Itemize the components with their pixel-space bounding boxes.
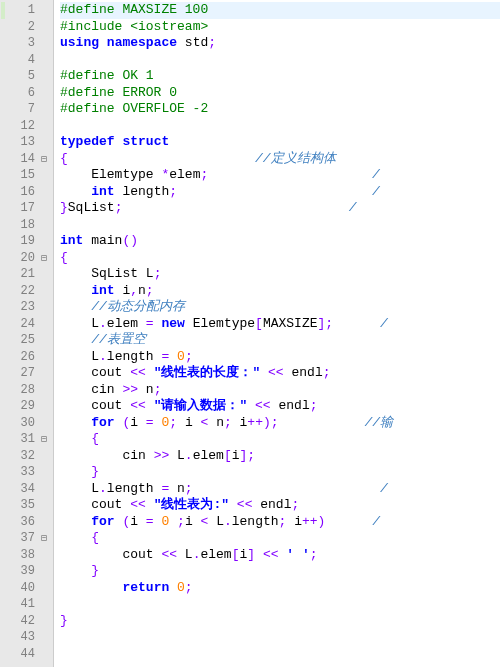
- line-number: 5: [5, 69, 35, 83]
- gutter-row: 22: [0, 283, 53, 300]
- token-id: i: [177, 415, 200, 430]
- gutter-row: 23: [0, 299, 53, 316]
- token-kw: typedef: [60, 134, 115, 149]
- code-line[interactable]: cout << L.elem[i] << ' ';: [60, 547, 500, 564]
- fold-icon[interactable]: ⊟: [37, 153, 51, 165]
- code-line[interactable]: for (i = 0 ;i < L.length; i++) /: [60, 514, 500, 531]
- token-id: endl: [271, 398, 310, 413]
- code-line[interactable]: int length; /: [60, 184, 500, 201]
- token-cm: //动态分配内存: [91, 299, 185, 314]
- code-line[interactable]: }: [60, 613, 500, 630]
- code-line[interactable]: int main(): [60, 233, 500, 250]
- code-line[interactable]: }SqList; /: [60, 200, 500, 217]
- token-num: 0: [177, 580, 185, 595]
- token-sc: ;: [310, 547, 318, 562]
- token-br: ): [263, 415, 271, 430]
- gutter-row: 28: [0, 382, 53, 399]
- gutter-row: 38: [0, 547, 53, 564]
- line-number: 19: [5, 234, 35, 248]
- code-line[interactable]: L.length = n; /: [60, 481, 500, 498]
- code-line[interactable]: #define OK 1: [60, 68, 500, 85]
- code-line[interactable]: L.elem = new Elemtype[MAXSIZE]; /: [60, 316, 500, 333]
- line-number: 27: [5, 366, 35, 380]
- token-op: .: [99, 481, 107, 496]
- fold-icon[interactable]: ⊟: [37, 252, 51, 264]
- token-id: [60, 514, 91, 529]
- token-id: [169, 580, 177, 595]
- code-line[interactable]: SqList L;: [60, 266, 500, 283]
- gutter-row: 43: [0, 629, 53, 646]
- token-op: ,: [130, 283, 138, 298]
- code-line[interactable]: #define ERROR 0: [60, 85, 500, 102]
- code-line[interactable]: //表置空: [60, 332, 500, 349]
- fold-icon[interactable]: ⊟: [37, 532, 51, 544]
- line-content: cout << "请输入数据：" << endl;: [60, 398, 500, 415]
- code-line[interactable]: cout << "线性表为:" << endl;: [60, 497, 500, 514]
- token-fn: main: [91, 233, 122, 248]
- token-id: [68, 151, 255, 166]
- code-line[interactable]: [60, 629, 500, 646]
- token-id: [260, 365, 268, 380]
- code-line[interactable]: #include <iostream>: [60, 19, 500, 36]
- code-line[interactable]: using namespace std;: [60, 35, 500, 52]
- code-line[interactable]: [60, 646, 500, 663]
- line-content: L.length = n; /: [60, 481, 500, 498]
- code-line[interactable]: #define MAXSIZE 100: [60, 2, 500, 19]
- code-line[interactable]: [60, 52, 500, 69]
- token-id: [60, 563, 91, 578]
- code-line[interactable]: }: [60, 563, 500, 580]
- code-line[interactable]: {: [60, 530, 500, 547]
- token-id: length: [107, 349, 162, 364]
- line-number: 22: [5, 284, 35, 298]
- code-line[interactable]: #define OVERFLOE -2: [60, 101, 500, 118]
- code-line[interactable]: }: [60, 464, 500, 481]
- token-cm: /: [372, 514, 380, 529]
- code-line[interactable]: { //定义结构体: [60, 151, 500, 168]
- token-sc: ;: [185, 481, 193, 496]
- code-line[interactable]: L.length = 0;: [60, 349, 500, 366]
- code-line[interactable]: [60, 217, 500, 234]
- line-content: [60, 118, 500, 135]
- code-line[interactable]: cout << "请输入数据：" << endl;: [60, 398, 500, 415]
- token-cm: //定义结构体: [255, 151, 336, 166]
- code-line[interactable]: [60, 118, 500, 135]
- gutter-row: 35: [0, 497, 53, 514]
- line-number: 20: [5, 251, 35, 265]
- code-line[interactable]: Elemtype *elem; /: [60, 167, 500, 184]
- token-id: [60, 464, 91, 479]
- token-br: {: [60, 151, 68, 166]
- line-content: #define OK 1: [60, 68, 500, 85]
- code-line[interactable]: int i,n;: [60, 283, 500, 300]
- code-area[interactable]: #define MAXSIZE 100#include <iostream>us…: [54, 0, 500, 667]
- token-id: elem: [107, 316, 146, 331]
- token-id: [169, 349, 177, 364]
- code-line[interactable]: {: [60, 431, 500, 448]
- token-op: <<: [130, 497, 146, 512]
- token-op: =: [146, 316, 154, 331]
- code-line[interactable]: [60, 596, 500, 613]
- line-number: 24: [5, 317, 35, 331]
- token-id: i: [232, 448, 240, 463]
- code-line[interactable]: //动态分配内存: [60, 299, 500, 316]
- line-number: 4: [5, 53, 35, 67]
- gutter-row: 39: [0, 563, 53, 580]
- code-line[interactable]: for (i = 0; i < n; i++); //输: [60, 415, 500, 432]
- line-content: }: [60, 464, 500, 481]
- fold-icon[interactable]: ⊟: [37, 433, 51, 445]
- line-number: 29: [5, 399, 35, 413]
- token-br: [: [255, 316, 263, 331]
- line-number: 12: [5, 119, 35, 133]
- gutter-row: 31⊟: [0, 431, 53, 448]
- line-number: 28: [5, 383, 35, 397]
- token-kw: int: [91, 283, 114, 298]
- code-line[interactable]: {: [60, 250, 500, 267]
- code-line[interactable]: cin >> L.elem[i];: [60, 448, 500, 465]
- token-op: <<: [268, 365, 284, 380]
- token-br: {: [91, 530, 99, 545]
- code-line[interactable]: typedef struct: [60, 134, 500, 151]
- token-sc: ;: [177, 514, 185, 529]
- code-line[interactable]: cin >> n;: [60, 382, 500, 399]
- code-line[interactable]: cout << "线性表的长度：" << endl;: [60, 365, 500, 382]
- line-number: 39: [5, 564, 35, 578]
- code-line[interactable]: return 0;: [60, 580, 500, 597]
